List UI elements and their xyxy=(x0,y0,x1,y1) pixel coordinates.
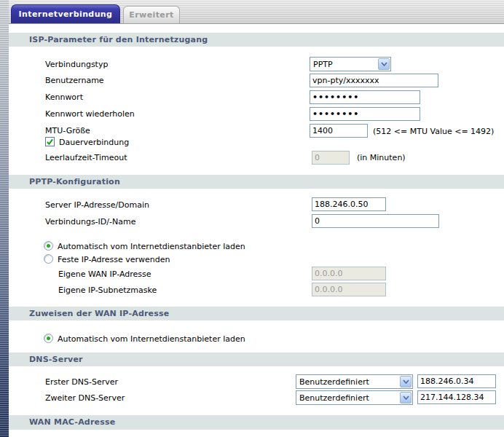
dns1-label: Erster DNS-Server xyxy=(45,377,118,387)
connection-type-label: Verbindungstyp xyxy=(45,60,108,69)
idle-timeout-note: (in Minuten) xyxy=(357,153,406,162)
mtu-label: MTU-Größe xyxy=(45,126,90,135)
dns2-mode-select[interactable]: Benutzerdefiniert xyxy=(296,390,413,405)
subnet-input xyxy=(312,283,386,296)
password-repeat-input[interactable] xyxy=(310,107,420,121)
router-config-page: Internetverbindung Erweitert ISP-Paramet… xyxy=(0,0,504,437)
tab-internetverbindung[interactable]: Internetverbindung xyxy=(11,4,120,23)
idle-timeout-label: Leerlaufzeit-Timeout xyxy=(45,153,127,162)
idle-timeout-input xyxy=(312,151,350,165)
username-input[interactable] xyxy=(310,74,438,87)
server-ip-input[interactable] xyxy=(312,197,386,211)
static-ip-label: Feste IP-Adresse verwenden xyxy=(58,255,170,264)
left-edge-strip xyxy=(0,0,9,437)
section-header-wan-ip: Zuweisen der WAN IP-Adresse xyxy=(9,307,504,320)
chevron-down-icon[interactable] xyxy=(400,392,412,403)
auto-load-label: Automatisch vom Internetdienstanbieter l… xyxy=(58,242,245,251)
password-repeat-label: Kennwort wiederholen xyxy=(45,109,135,119)
radio-dot xyxy=(47,244,50,248)
section-header-dns: DNS-Server xyxy=(9,353,504,366)
connection-type-select[interactable]: PPTP xyxy=(310,57,391,71)
chevron-down-icon[interactable] xyxy=(400,376,412,387)
wan-auto-load-label: Automatisch vom Internetdienstanbieter l… xyxy=(58,334,245,344)
dns2-input[interactable] xyxy=(417,390,496,404)
dns2-label: Zweiter DNS-Server xyxy=(45,393,125,403)
username-label: Benutzername xyxy=(45,76,104,85)
dns2-mode-value: Benutzerdefiniert xyxy=(299,393,369,403)
wan-ip-label: Eigene WAN IP-Adresse xyxy=(58,269,151,279)
password-label: Kennwort xyxy=(45,92,83,102)
chevron-down-icon[interactable] xyxy=(378,58,390,70)
server-ip-label: Server IP-Adresse/Domain xyxy=(45,200,149,210)
check-icon xyxy=(46,138,54,146)
section-header-wan-mac: WAN MAC-Adresse xyxy=(9,415,504,430)
password-input[interactable] xyxy=(310,90,420,104)
dns1-mode-value: Benutzerdefiniert xyxy=(299,377,369,387)
subnet-label: Eigene IP-Subnetzmaske xyxy=(58,286,157,295)
static-ip-radio[interactable] xyxy=(44,254,53,264)
dns1-input[interactable] xyxy=(417,374,496,388)
mtu-input[interactable] xyxy=(310,124,368,138)
wan-auto-load-radio[interactable] xyxy=(44,334,53,343)
tab-erweitert[interactable]: Erweitert xyxy=(123,6,180,23)
connection-type-value: PPTP xyxy=(313,60,333,69)
dns1-mode-select[interactable]: Benutzerdefiniert xyxy=(296,374,413,389)
wan-ip-input xyxy=(312,267,386,280)
auto-load-radio[interactable] xyxy=(44,241,53,251)
mtu-range-note: (512 <= MTU Value <= 1492) xyxy=(373,127,494,136)
keepalive-label: Dauerverbindung xyxy=(59,138,129,147)
connection-id-label: Verbindungs-ID/-Name xyxy=(45,217,135,227)
section-header-pptp: PPTP-Konfiguration xyxy=(9,175,504,189)
radio-dot xyxy=(47,336,50,340)
connection-id-input[interactable] xyxy=(312,214,439,228)
section-header-isp: ISP-Parameter für den Internetzugang xyxy=(9,33,504,47)
keepalive-checkbox[interactable] xyxy=(45,137,55,146)
tab-bar: Internetverbindung Erweitert xyxy=(9,0,504,24)
